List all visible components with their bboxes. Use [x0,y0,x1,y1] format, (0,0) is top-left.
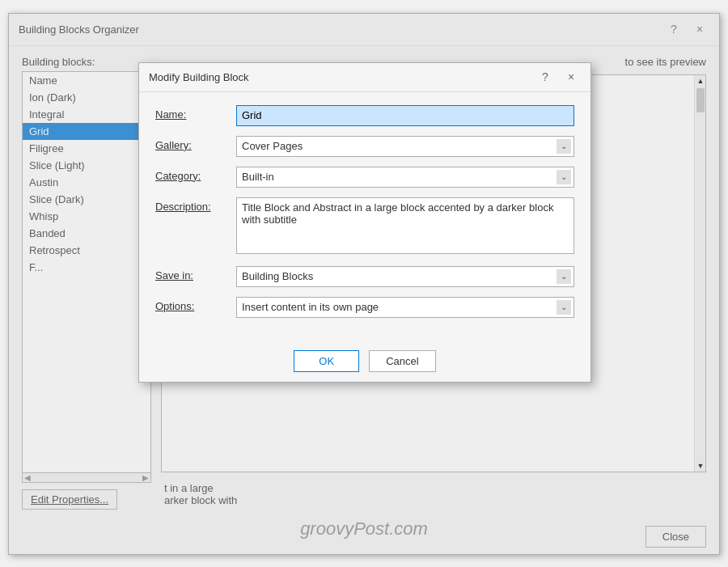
description-label: Description: [155,197,236,213]
description-textarea[interactable]: Title Block and Abstract in a large bloc… [236,197,574,254]
modify-dialog: Modify Building Block ? × Name: Gallery [138,62,591,383]
name-row: Name: [155,105,574,126]
ok-button[interactable]: OK [294,350,359,372]
save-in-row: Save in: Building Blocks Normal ⌄ [155,266,574,287]
options-label: Options: [155,297,236,312]
category-control: Built-in General ⌄ [236,167,574,188]
main-dialog: Building Blocks Organizer ? × Building b… [8,13,720,555]
modify-titlebar: Modify Building Block ? × [139,63,590,92]
description-row: Description: Title Block and Abstract in… [155,197,574,256]
gallery-row: Gallery: Cover Pages Text Boxes Headers … [155,136,574,157]
gallery-control: Cover Pages Text Boxes Headers Footers T… [236,136,574,157]
gallery-select[interactable]: Cover Pages Text Boxes Headers Footers T… [236,136,574,157]
name-input[interactable] [236,105,574,126]
modify-dialog-footer: OK Cancel [139,341,590,382]
name-control [236,105,574,126]
save-in-label: Save in: [155,266,236,281]
name-label: Name: [155,105,236,121]
modify-dialog-title: Modify Building Block [149,71,249,83]
modify-close-button[interactable]: × [561,67,581,87]
options-row: Options: Insert content in its own page … [155,297,574,318]
modify-controls: ? × [535,67,581,87]
cancel-button[interactable]: Cancel [369,350,435,372]
save-in-control: Building Blocks Normal ⌄ [236,266,574,287]
description-control: Title Block and Abstract in a large bloc… [236,197,574,256]
save-in-select[interactable]: Building Blocks Normal [236,266,574,287]
modal-overlay: Modify Building Block ? × Name: Gallery [9,14,719,554]
category-label: Category: [155,167,236,182]
category-select[interactable]: Built-in General [236,167,574,188]
gallery-label: Gallery: [155,136,236,151]
modify-dialog-body: Name: Gallery: Cover Pages Text Boxes He… [139,92,590,341]
category-row: Category: Built-in General ⌄ [155,167,574,188]
options-select[interactable]: Insert content in its own page Insert co… [236,297,574,318]
modify-help-button[interactable]: ? [535,67,555,87]
options-control: Insert content in its own page Insert co… [236,297,574,318]
